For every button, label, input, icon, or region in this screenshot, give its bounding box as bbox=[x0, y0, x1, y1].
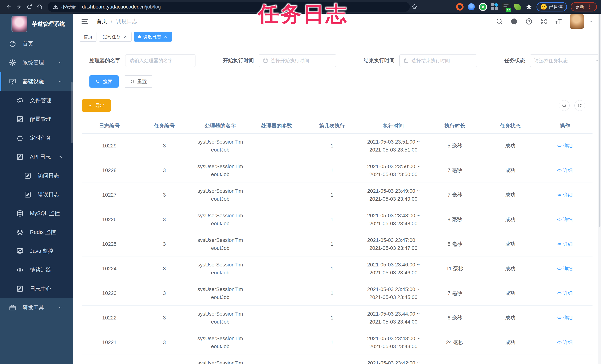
avatar[interactable] bbox=[570, 14, 584, 29]
tag-3[interactable]: 调度日志× bbox=[134, 32, 172, 41]
extension-leaf-icon[interactable] bbox=[514, 3, 521, 11]
search-icon[interactable] bbox=[496, 18, 503, 25]
sidebar-item-label: 基础设施 bbox=[22, 78, 44, 85]
cell-exec-index: 1 bbox=[304, 330, 360, 354]
cell-exec-index: 1 bbox=[304, 232, 360, 256]
sidebar-item-8[interactable]: 访问日志 bbox=[0, 166, 73, 185]
detail-link[interactable]: 详细 bbox=[557, 265, 573, 272]
eye-icon bbox=[557, 192, 562, 197]
extension-orange-icon[interactable] bbox=[456, 3, 464, 11]
text-input[interactable] bbox=[130, 58, 191, 64]
cloud-upload-icon bbox=[16, 97, 24, 104]
column-header: 第几次执行 bbox=[304, 118, 360, 133]
tag-2[interactable]: 定时任务× bbox=[99, 32, 131, 41]
sidebar-item-3[interactable]: 基础设施 bbox=[0, 72, 73, 91]
chev-up bbox=[58, 154, 63, 160]
api-log-icon bbox=[16, 153, 24, 161]
detail-link[interactable]: 详细 bbox=[557, 216, 573, 223]
github-icon[interactable] bbox=[511, 18, 518, 25]
refresh-table-button[interactable] bbox=[574, 100, 585, 111]
browser-profile-chip[interactable]: 已暂停 bbox=[537, 2, 567, 11]
sidebar-item-11[interactable]: Redis 监控 bbox=[0, 223, 73, 242]
hamburger-icon[interactable] bbox=[80, 17, 89, 26]
scrollbar-thumb[interactable] bbox=[599, 14, 601, 227]
cell-exec-time: 2021-05-03 23:49:00 ~2021-05-03 23:49:00 bbox=[360, 183, 427, 207]
api-log-icon bbox=[16, 153, 24, 161]
eye-icon bbox=[557, 266, 562, 271]
filter-date-control[interactable] bbox=[400, 54, 477, 67]
detail-link[interactable]: 详细 bbox=[557, 240, 573, 248]
sidebar-item-9[interactable]: 错误日志 bbox=[0, 185, 73, 204]
sidebar-item-12[interactable]: Java 监控 bbox=[0, 242, 73, 261]
sidebar-item-5[interactable]: 配置管理 bbox=[0, 110, 73, 129]
sidebar-item-7[interactable]: API 日志 bbox=[0, 147, 73, 166]
sidebar-item-10[interactable]: MySQL 监控 bbox=[0, 204, 73, 223]
avatar-caret-down-icon[interactable] bbox=[589, 19, 594, 24]
reload-icon[interactable] bbox=[25, 2, 34, 11]
cell-log-id: 10226 bbox=[82, 207, 137, 232]
cell-param bbox=[249, 158, 304, 182]
tag-close-icon[interactable]: × bbox=[163, 34, 168, 39]
detail-link-label: 详细 bbox=[563, 142, 573, 150]
extension-grid-icon[interactable] bbox=[491, 3, 499, 11]
sidebar-item-2[interactable]: 系统管理 bbox=[0, 53, 73, 72]
breadcrumb-home[interactable]: 首页 bbox=[96, 18, 107, 25]
access-log-icon bbox=[24, 172, 31, 179]
detail-link[interactable]: 详细 bbox=[557, 290, 573, 297]
detail-link[interactable]: 详细 bbox=[557, 314, 573, 322]
font-size-icon[interactable] bbox=[555, 18, 562, 25]
help-icon[interactable] bbox=[525, 18, 533, 25]
sidebar-scrollbar[interactable] bbox=[71, 82, 73, 143]
sidebar-item-4[interactable]: 文件管理 bbox=[0, 91, 73, 110]
detail-link[interactable]: 详细 bbox=[557, 363, 573, 364]
url-host: dashboard.yudao.iocoder.cn bbox=[82, 4, 145, 10]
extension-star-icon[interactable] bbox=[525, 3, 533, 11]
window-scrollbar[interactable] bbox=[598, 14, 601, 364]
exec-time-range: 2021-05-03 23:49:00 ~2021-05-03 23:49:00 bbox=[367, 187, 420, 203]
briefcase-icon bbox=[9, 304, 16, 311]
reset-button[interactable]: 重置 bbox=[124, 75, 153, 88]
sidebar-item-1[interactable]: 首页 bbox=[0, 34, 73, 53]
toggle-search-button[interactable] bbox=[559, 100, 570, 111]
search-button[interactable]: 搜索 bbox=[90, 75, 119, 88]
sidebar-item-15[interactable]: 研发工具 bbox=[0, 298, 73, 317]
main-area: 首页 / 调度日志 首页定时任务×调度日志× 处理器的名字开始执行时间结束执行时… bbox=[73, 14, 601, 364]
filter-select-control[interactable]: 请选择任务状态 bbox=[530, 54, 601, 67]
browser-update-chip[interactable]: 更新 bbox=[571, 2, 597, 11]
home-icon[interactable] bbox=[35, 2, 44, 11]
navbar-actions bbox=[496, 14, 594, 29]
monitor-icon bbox=[9, 78, 16, 85]
filter-date-control[interactable] bbox=[259, 54, 336, 67]
detail-link[interactable]: 详细 bbox=[557, 191, 573, 199]
forward-icon[interactable] bbox=[14, 2, 24, 11]
sidebar-item-6[interactable]: 定时任务 bbox=[0, 129, 73, 147]
detail-link-label: 详细 bbox=[563, 314, 573, 322]
tag-1[interactable]: 首页 bbox=[80, 32, 96, 41]
detail-link[interactable]: 详细 bbox=[557, 142, 573, 150]
export-button[interactable]: 导出 bbox=[82, 99, 111, 111]
tag-close-icon[interactable]: × bbox=[123, 34, 128, 39]
sidebar-item-14[interactable]: 日志中心 bbox=[0, 279, 73, 298]
cell-handler: sysUserSessionTimeoutJob bbox=[191, 158, 249, 182]
cell-job-id: 3 bbox=[137, 158, 191, 182]
sidebar-item-13[interactable]: 链路追踪 bbox=[0, 261, 73, 279]
detail-link[interactable]: 详细 bbox=[557, 339, 573, 346]
back-icon[interactable] bbox=[4, 2, 13, 11]
date-input[interactable] bbox=[411, 58, 473, 64]
extension-on-badge-icon[interactable]: on bbox=[502, 3, 510, 11]
detail-link[interactable]: 详细 bbox=[557, 167, 573, 174]
date-input[interactable] bbox=[271, 58, 332, 64]
sidebar: 芋道管理系统 首页系统管理基础设施文件管理配置管理定时任务API 日志访问日志错… bbox=[0, 14, 73, 364]
bookmark-star-icon[interactable] bbox=[411, 3, 418, 10]
fullscreen-icon[interactable] bbox=[540, 18, 547, 25]
sidebar-logo-row[interactable]: 芋道管理系统 bbox=[0, 14, 73, 34]
extension-green-v-icon[interactable]: V bbox=[479, 3, 487, 11]
filter-text-control[interactable] bbox=[125, 54, 195, 67]
detail-link-label: 详细 bbox=[563, 216, 573, 223]
address-bar[interactable]: 不安全 dashboard.yudao.iocoder.cn/job/log bbox=[48, 2, 410, 12]
detail-link-label: 详细 bbox=[563, 191, 573, 199]
extension-blue-icon[interactable] bbox=[467, 3, 475, 11]
job-log-table: 日志编号任务编号处理器的名字处理器的参数第几次执行执行时间执行时长任务状态操作 … bbox=[82, 118, 592, 364]
cell-param bbox=[249, 134, 304, 158]
browser-menu-kebab-icon[interactable] bbox=[586, 3, 593, 11]
